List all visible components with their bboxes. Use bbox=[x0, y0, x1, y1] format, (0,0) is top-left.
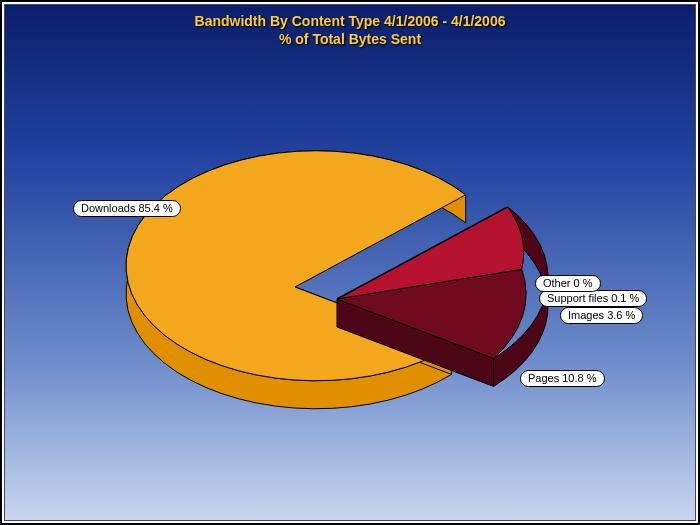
label-other: Other 0 % bbox=[535, 275, 601, 292]
label-support: Support files 0.1 % bbox=[539, 290, 647, 307]
label-images: Images 3.6 % bbox=[560, 307, 643, 324]
label-pages: Pages 10.8 % bbox=[520, 370, 605, 387]
chart-frame: Bandwidth By Content Type 4/1/2006 - 4/1… bbox=[0, 0, 700, 525]
chart-area: Bandwidth By Content Type 4/1/2006 - 4/1… bbox=[4, 4, 696, 521]
label-downloads: Downloads 85.4 % bbox=[73, 200, 181, 217]
pie-chart bbox=[5, 5, 696, 521]
